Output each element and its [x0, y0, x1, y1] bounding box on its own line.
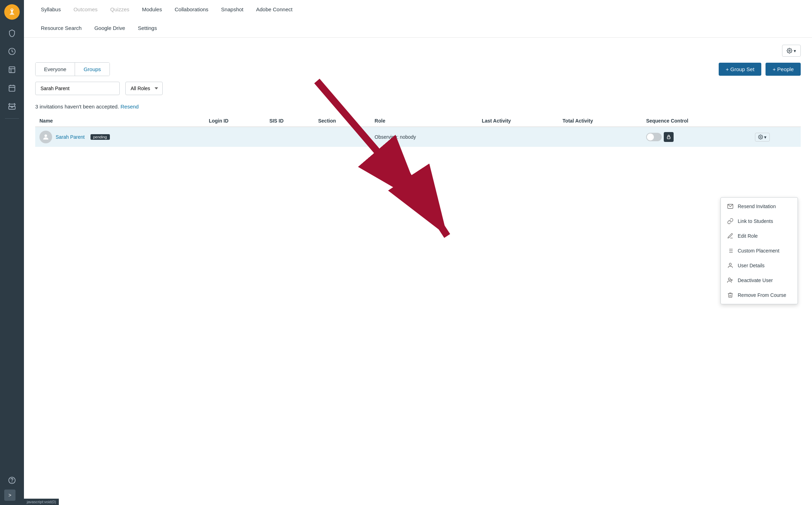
gear-row: ▾: [35, 45, 801, 57]
settings-gear-button[interactable]: ▾: [782, 45, 801, 57]
gear-icon: [787, 48, 792, 54]
col-seq-control: Sequence Control: [642, 115, 751, 127]
cell-seq-control: [642, 127, 751, 147]
top-nav: Syllabus Outcomes Quizzes Modules Collab…: [24, 0, 812, 38]
people-table: Name Login ID SIS ID Section Role Last A…: [35, 115, 801, 147]
content-wrapper: ▾ Everyone Groups + Group Set + People: [24, 38, 812, 505]
link-icon: [727, 218, 733, 224]
col-section: Section: [314, 115, 370, 127]
sidebar: >: [0, 0, 24, 505]
tabs-row: Everyone Groups + Group Set + People: [35, 62, 801, 76]
nav-quizzes[interactable]: Quizzes: [105, 0, 135, 19]
menu-remove-course[interactable]: Remove From Course: [721, 288, 798, 303]
nav-snapshot[interactable]: Snapshot: [216, 0, 249, 19]
resend-invitation-link[interactable]: Resend: [120, 104, 139, 110]
people-button[interactable]: + People: [766, 63, 801, 76]
role-select[interactable]: All Roles Student Teacher TA Observer De…: [125, 82, 163, 95]
gear-dropdown-arrow: ▾: [794, 48, 796, 54]
nav-resource-search[interactable]: Resource Search: [35, 19, 87, 37]
nav-collaborations[interactable]: Collaborations: [169, 0, 214, 19]
user-name-cell: Sarah Parent pending: [39, 131, 200, 143]
row-gear-icon: [758, 135, 763, 139]
edit-role-icon: [727, 233, 733, 239]
main-content: Syllabus Outcomes Quizzes Modules Collab…: [24, 0, 812, 505]
lock-button[interactable]: [664, 132, 674, 142]
svg-rect-10: [9, 106, 15, 109]
svg-point-12: [12, 482, 12, 482]
svg-rect-6: [9, 86, 15, 91]
menu-user-details[interactable]: User Details: [721, 258, 798, 273]
col-login-id: Login ID: [205, 115, 265, 127]
menu-edit-role[interactable]: Edit Role: [721, 229, 798, 243]
row-dropdown-menu: Resend Invitation Link to Students Edit …: [720, 197, 798, 304]
sidebar-expand-button[interactable]: >: [4, 490, 15, 501]
cell-login-id: [205, 127, 265, 147]
email-icon: [727, 203, 733, 210]
nav-google-drive[interactable]: Google Drive: [89, 19, 131, 37]
user-link[interactable]: Sarah Parent: [56, 134, 85, 140]
courses-icon[interactable]: [4, 62, 20, 77]
user-details-icon: [727, 262, 733, 269]
cell-total-activity: [558, 127, 642, 147]
col-total-activity: Total Activity: [558, 115, 642, 127]
invitation-message: 3 invitations haven't been accepted. Res…: [35, 104, 801, 110]
menu-label-deactivate: Deactivate User: [738, 278, 773, 283]
menu-label-user-details: User Details: [738, 263, 764, 268]
dashboard-icon[interactable]: [4, 44, 20, 59]
remove-course-icon: [727, 292, 733, 298]
row-gear-button[interactable]: ▾: [755, 133, 770, 142]
tabs-group: Everyone Groups: [35, 62, 110, 76]
tab-groups[interactable]: Groups: [75, 63, 109, 76]
sidebar-bottom: >: [4, 473, 20, 501]
menu-label-remove: Remove From Course: [738, 292, 786, 298]
top-nav-row1: Syllabus Outcomes Quizzes Modules Collab…: [35, 0, 801, 19]
cell-last-activity: [477, 127, 558, 147]
cell-sis-id: [265, 127, 314, 147]
svg-rect-15: [667, 137, 670, 139]
svg-point-16: [760, 136, 761, 138]
nav-modules[interactable]: Modules: [136, 0, 168, 19]
menu-deactivate-user[interactable]: Deactivate User: [721, 273, 798, 288]
avatar: [39, 131, 52, 143]
inbox-icon[interactable]: [4, 99, 20, 114]
page-content: ▾ Everyone Groups + Group Set + People: [24, 38, 812, 505]
nav-outcomes[interactable]: Outcomes: [68, 0, 103, 19]
logo-icon[interactable]: [4, 4, 20, 20]
sidebar-divider: [5, 118, 19, 119]
col-name: Name: [35, 115, 205, 127]
nav-settings[interactable]: Settings: [132, 19, 162, 37]
status-bar: javascript:void(0): [24, 499, 59, 505]
table-body: Sarah Parent pending Observing: nobody: [35, 127, 801, 147]
svg-point-14: [44, 135, 47, 137]
menu-label-resend: Resend Invitation: [738, 204, 776, 209]
cell-role: Observing: nobody: [370, 127, 477, 147]
toggle-thumb: [647, 133, 654, 141]
pending-badge: pending: [90, 134, 110, 140]
lock-icon: [666, 135, 671, 139]
menu-resend-invitation[interactable]: Resend Invitation: [721, 199, 798, 214]
cell-name: Sarah Parent pending: [35, 127, 205, 147]
group-set-button[interactable]: + Group Set: [719, 63, 761, 76]
search-input[interactable]: [35, 82, 120, 95]
help-icon[interactable]: [4, 473, 20, 488]
cell-row-actions: ▾: [751, 127, 801, 147]
menu-link-students[interactable]: Link to Students: [721, 214, 798, 229]
svg-rect-3: [9, 67, 15, 73]
col-actions: [751, 115, 801, 127]
menu-label-edit-role: Edit Role: [738, 233, 758, 239]
seq-controls: [646, 132, 747, 142]
shield-icon[interactable]: [4, 25, 20, 41]
status-text: javascript:void(0): [27, 500, 56, 504]
nav-adobe-connect[interactable]: Adobe Connect: [250, 0, 298, 19]
svg-point-13: [789, 50, 790, 51]
menu-custom-placement[interactable]: Custom Placement: [721, 243, 798, 258]
custom-placement-icon: [727, 248, 733, 254]
seq-toggle-button[interactable]: [646, 133, 662, 141]
nav-syllabus[interactable]: Syllabus: [35, 0, 67, 19]
table-header: Name Login ID SIS ID Section Role Last A…: [35, 115, 801, 127]
top-nav-row2: Resource Search Google Drive Settings: [35, 19, 801, 37]
calendar-icon[interactable]: [4, 80, 20, 96]
menu-label-link: Link to Students: [738, 218, 773, 224]
menu-label-custom: Custom Placement: [738, 248, 779, 254]
tab-everyone[interactable]: Everyone: [36, 63, 75, 76]
